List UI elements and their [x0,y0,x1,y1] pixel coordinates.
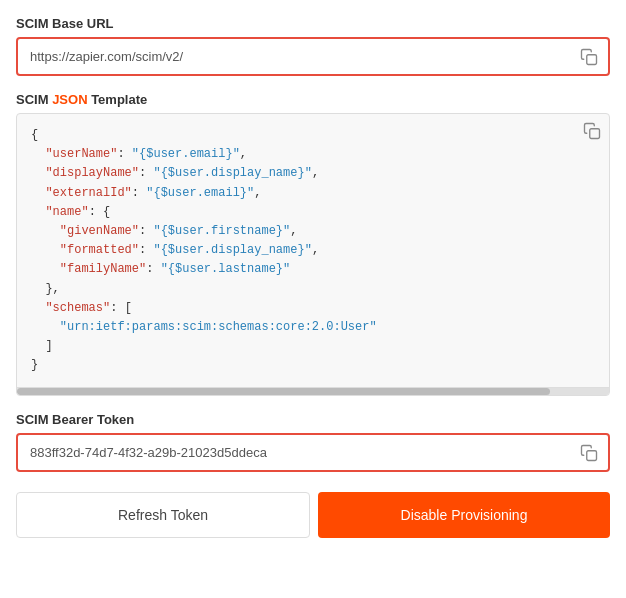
scrollbar-thumb [17,388,550,395]
clipboard-icon [583,122,601,140]
refresh-token-button[interactable]: Refresh Token [16,492,310,538]
scim-json-template-label: SCIM JSON Template [16,92,610,107]
scim-base-url-input[interactable] [18,39,570,74]
clipboard-icon [580,48,598,66]
disable-provisioning-button[interactable]: Disable Provisioning [318,492,610,538]
scim-json-wrapper: { "userName": "{$user.email}", "displayN… [16,113,610,396]
scim-base-url-copy-button[interactable] [570,40,608,74]
scim-bearer-token-input[interactable] [18,435,570,470]
svg-rect-0 [587,54,597,64]
scim-base-url-section: SCIM Base URL [16,16,610,76]
scim-base-url-label: SCIM Base URL [16,16,610,31]
scim-base-url-input-row [16,37,610,76]
scim-base-url-label-text: SCIM Base URL [16,16,114,31]
scim-bearer-token-label-text: SCIM Bearer Token [16,412,134,427]
scim-json-label-json: JSON [52,92,87,107]
json-scroll-area[interactable]: { "userName": "{$user.email}", "displayN… [17,114,609,387]
scim-bearer-token-copy-button[interactable] [570,436,608,470]
clipboard-icon [580,444,598,462]
scim-bearer-token-input-row [16,433,610,472]
scim-json-template-section: SCIM JSON Template { "userName": "{$user… [16,92,610,396]
svg-rect-2 [587,451,597,461]
scim-bearer-token-label: SCIM Bearer Token [16,412,610,427]
svg-rect-1 [590,129,600,139]
scim-bearer-token-section: SCIM Bearer Token [16,412,610,472]
actions-row: Refresh Token Disable Provisioning [16,492,610,538]
scim-json-label-part1: SCIM [16,92,52,107]
scim-json-label-part3: Template [88,92,148,107]
json-code-block: { "userName": "{$user.email}", "displayN… [31,126,569,375]
scim-json-copy-button[interactable] [583,122,601,140]
horizontal-scrollbar[interactable] [17,387,609,395]
